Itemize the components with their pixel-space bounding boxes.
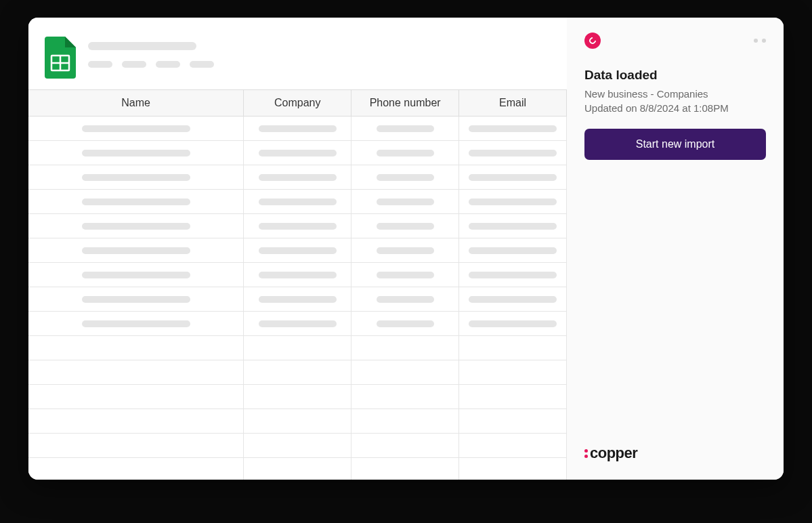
- toolbar: [28, 18, 567, 89]
- cell-company[interactable]: [244, 190, 351, 214]
- cell-email[interactable]: [459, 190, 567, 214]
- cell-name[interactable]: [28, 214, 244, 238]
- cell-phone[interactable]: [351, 141, 459, 165]
- cell-placeholder: [377, 174, 434, 181]
- col-header-name[interactable]: Name: [28, 90, 244, 117]
- cell-placeholder: [259, 174, 337, 181]
- empty-cell[interactable]: [28, 360, 244, 385]
- table-row-empty[interactable]: [28, 458, 567, 480]
- cell-name[interactable]: [28, 165, 244, 190]
- cell-name[interactable]: [28, 287, 244, 312]
- empty-cell[interactable]: [459, 458, 567, 480]
- cell-placeholder: [82, 198, 190, 205]
- empty-cell[interactable]: [459, 385, 567, 409]
- cell-email[interactable]: [459, 141, 567, 165]
- cell-name[interactable]: [28, 117, 244, 141]
- empty-cell[interactable]: [244, 458, 351, 480]
- cell-name[interactable]: [28, 141, 244, 165]
- empty-cell[interactable]: [28, 458, 244, 480]
- cell-placeholder: [469, 272, 557, 278]
- empty-cell[interactable]: [28, 434, 244, 458]
- table-row-empty[interactable]: [28, 409, 567, 434]
- table-row[interactable]: [28, 312, 567, 336]
- cell-placeholder: [377, 272, 434, 278]
- cell-company[interactable]: [244, 117, 351, 141]
- spreadsheet-area: Name Company Phone number Email: [28, 18, 567, 480]
- table-row[interactable]: [28, 165, 567, 190]
- col-header-company[interactable]: Company: [244, 90, 351, 117]
- cell-name[interactable]: [28, 312, 244, 336]
- cell-placeholder: [377, 198, 434, 205]
- empty-cell[interactable]: [351, 336, 459, 360]
- start-import-button[interactable]: Start new import: [584, 129, 766, 160]
- empty-cell[interactable]: [351, 360, 459, 385]
- cell-placeholder: [377, 223, 434, 230]
- empty-cell[interactable]: [244, 385, 351, 409]
- cell-name[interactable]: [28, 190, 244, 214]
- table-row[interactable]: [28, 190, 567, 214]
- window-dot[interactable]: [762, 39, 766, 43]
- cell-email[interactable]: [459, 117, 567, 141]
- copper-logo-dots: [584, 449, 588, 458]
- cell-email[interactable]: [459, 238, 567, 263]
- table-row[interactable]: [28, 117, 567, 141]
- window-dot[interactable]: [754, 39, 758, 43]
- empty-cell[interactable]: [244, 434, 351, 458]
- table-row-empty[interactable]: [28, 385, 567, 409]
- cell-phone[interactable]: [351, 238, 459, 263]
- empty-cell[interactable]: [244, 336, 351, 360]
- cell-company[interactable]: [244, 238, 351, 263]
- table-row-empty[interactable]: [28, 434, 567, 458]
- cell-email[interactable]: [459, 214, 567, 238]
- table-row-empty[interactable]: [28, 360, 567, 385]
- empty-cell[interactable]: [459, 336, 567, 360]
- table-row[interactable]: [28, 214, 567, 238]
- empty-cell[interactable]: [28, 409, 244, 434]
- col-header-email[interactable]: Email: [459, 90, 567, 117]
- cell-phone[interactable]: [351, 117, 459, 141]
- cell-phone[interactable]: [351, 165, 459, 190]
- empty-cell[interactable]: [351, 434, 459, 458]
- cell-placeholder: [377, 150, 434, 156]
- empty-cell[interactable]: [351, 409, 459, 434]
- empty-cell[interactable]: [244, 360, 351, 385]
- cell-placeholder: [377, 320, 434, 327]
- table-row-empty[interactable]: [28, 336, 567, 360]
- table-row[interactable]: [28, 141, 567, 165]
- cell-company[interactable]: [244, 165, 351, 190]
- status-subtitle: New business - Companies: [584, 87, 766, 101]
- cell-company[interactable]: [244, 141, 351, 165]
- col-header-phone[interactable]: Phone number: [351, 90, 459, 117]
- cell-phone[interactable]: [351, 190, 459, 214]
- cell-company[interactable]: [244, 312, 351, 336]
- cell-name[interactable]: [28, 263, 244, 287]
- empty-cell[interactable]: [28, 336, 244, 360]
- cell-phone[interactable]: [351, 214, 459, 238]
- cell-placeholder: [259, 247, 337, 254]
- empty-cell[interactable]: [351, 385, 459, 409]
- empty-cell[interactable]: [459, 360, 567, 385]
- cell-company[interactable]: [244, 214, 351, 238]
- table-row[interactable]: [28, 238, 567, 263]
- cell-email[interactable]: [459, 312, 567, 336]
- cell-phone[interactable]: [351, 287, 459, 312]
- empty-cell[interactable]: [244, 409, 351, 434]
- cell-email[interactable]: [459, 165, 567, 190]
- empty-cell[interactable]: [459, 434, 567, 458]
- cell-email[interactable]: [459, 287, 567, 312]
- cell-company[interactable]: [244, 287, 351, 312]
- cell-phone[interactable]: [351, 312, 459, 336]
- table-row[interactable]: [28, 263, 567, 287]
- cell-name[interactable]: [28, 238, 244, 263]
- window-controls[interactable]: [754, 39, 766, 43]
- cell-phone[interactable]: [351, 263, 459, 287]
- cell-email[interactable]: [459, 263, 567, 287]
- app-window: Name Company Phone number Email Data l: [28, 18, 784, 480]
- empty-cell[interactable]: [28, 385, 244, 409]
- cell-placeholder: [469, 320, 557, 327]
- cell-company[interactable]: [244, 263, 351, 287]
- empty-cell[interactable]: [459, 409, 567, 434]
- table-row[interactable]: [28, 287, 567, 312]
- empty-cell[interactable]: [351, 458, 459, 480]
- cell-placeholder: [82, 247, 190, 254]
